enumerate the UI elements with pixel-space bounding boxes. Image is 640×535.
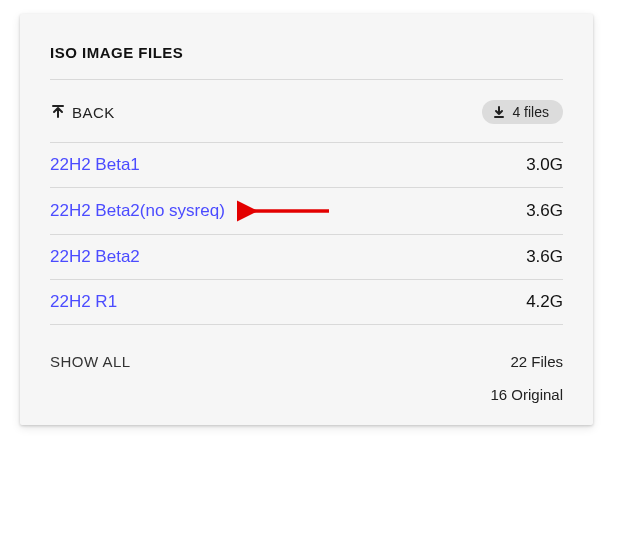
file-panel: ISO IMAGE FILES BACK 4 files (20, 14, 593, 425)
file-link[interactable]: 22H2 Beta2(no sysreq) (50, 201, 225, 221)
files-count: 22 Files (490, 353, 563, 370)
file-link[interactable]: 22H2 Beta1 (50, 155, 140, 175)
back-label: BACK (72, 104, 115, 121)
file-link[interactable]: 22H2 Beta2 (50, 247, 140, 267)
file-size: 3.6G (526, 201, 563, 221)
download-files-label: 4 files (512, 104, 549, 120)
file-size: 3.6G (526, 247, 563, 267)
download-icon (492, 105, 506, 119)
file-row: 22H2 Beta2(no sysreq) 3.6G (50, 187, 563, 234)
toolbar: BACK 4 files (50, 80, 563, 142)
back-arrow-icon (50, 104, 66, 120)
back-button[interactable]: BACK (50, 104, 115, 121)
download-files-button[interactable]: 4 files (482, 100, 563, 124)
file-size: 4.2G (526, 292, 563, 312)
annotation-arrow-icon (237, 200, 333, 222)
original-count: 16 Original (490, 386, 563, 403)
file-list: 22H2 Beta1 3.0G 22H2 Beta2(no sysreq) (50, 142, 563, 325)
file-size: 3.0G (526, 155, 563, 175)
panel-title: ISO IMAGE FILES (50, 44, 563, 61)
file-row: 22H2 Beta1 3.0G (50, 142, 563, 187)
file-link[interactable]: 22H2 R1 (50, 292, 117, 312)
file-row: 22H2 R1 4.2G (50, 279, 563, 325)
file-counts: 22 Files 16 Original (490, 353, 563, 403)
show-all-button[interactable]: SHOW ALL (50, 353, 131, 370)
file-row: 22H2 Beta2 3.6G (50, 234, 563, 279)
panel-footer: SHOW ALL 22 Files 16 Original (50, 325, 563, 403)
